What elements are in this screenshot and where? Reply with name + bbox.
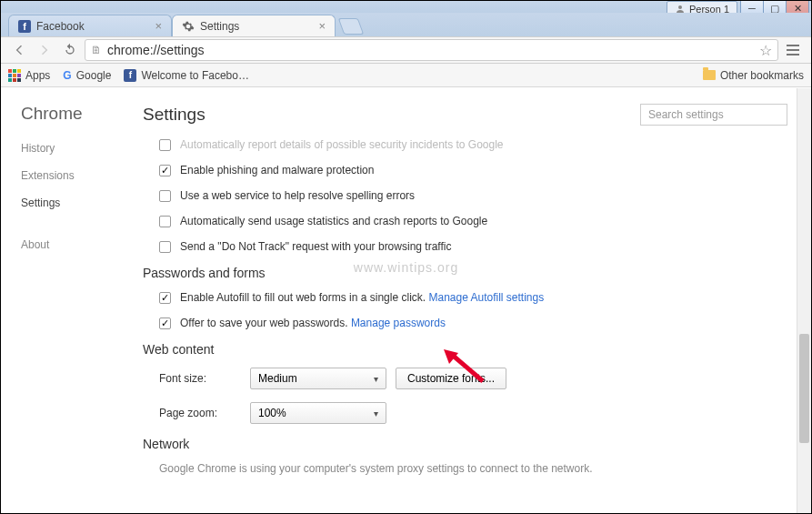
section-web-content: Web content	[143, 342, 787, 357]
network-description: Google Chrome is using your computer's s…	[159, 462, 787, 475]
url-text: chrome://settings	[107, 43, 754, 57]
option-autofill: Enable Autofill to fill out web forms in…	[159, 291, 787, 304]
window-titlebar: Person 1 ─ ▢ ✕	[1, 1, 811, 13]
checkbox-autofill[interactable]	[159, 292, 171, 304]
back-button[interactable]	[8, 39, 30, 61]
section-network: Network	[143, 437, 787, 451]
facebook-icon: f	[124, 69, 136, 82]
font-size-value: Medium	[258, 372, 297, 385]
gear-icon	[182, 20, 195, 33]
page-zoom-select[interactable]: 100%	[250, 402, 386, 424]
bookmark-label: Welcome to Facebo…	[141, 69, 249, 82]
sidebar-item-history[interactable]: History	[21, 142, 119, 155]
option-label: Enable Autofill to fill out web forms in…	[180, 291, 428, 304]
option-save-passwords: Offer to save your web passwords. Manage…	[159, 317, 787, 329]
facebook-icon: f	[18, 20, 31, 33]
option-label: Use a web service to help resolve spelli…	[180, 189, 415, 202]
new-tab-button[interactable]	[338, 18, 365, 35]
search-placeholder: Search settings	[648, 108, 724, 121]
font-size-select[interactable]: Medium	[250, 368, 386, 389]
page-title: Settings	[143, 105, 206, 125]
customize-fonts-button[interactable]: Customize fonts...	[396, 368, 506, 389]
google-icon: G	[63, 69, 71, 82]
bookmark-label: Other bookmarks	[720, 69, 804, 82]
tab-facebook[interactable]: f Facebook ×	[8, 15, 172, 36]
bookmark-facebook-welcome[interactable]: f Welcome to Facebo…	[124, 69, 249, 82]
sidebar-item-extensions[interactable]: Extensions	[21, 169, 119, 182]
tab-title: Settings	[200, 20, 239, 33]
checkbox-phishing[interactable]	[159, 165, 171, 176]
link-manage-autofill[interactable]: Manage Autofill settings	[428, 291, 544, 304]
vertical-scrollbar[interactable]	[797, 88, 811, 513]
tab-title: Facebook	[36, 20, 85, 33]
sidebar-item-settings[interactable]: Settings	[21, 197, 119, 209]
section-passwords-forms: Passwords and forms	[143, 266, 787, 280]
scrollbar-thumb[interactable]	[799, 334, 809, 443]
customize-fonts-label: Customize fonts...	[407, 372, 495, 385]
bookmarks-bar: Apps G Google f Welcome to Facebo… Other…	[1, 64, 811, 87]
apps-label: Apps	[25, 69, 50, 82]
page-icon: 🗎	[91, 44, 102, 56]
page-zoom-label: Page zoom:	[159, 407, 250, 419]
search-settings-input[interactable]: Search settings	[640, 104, 787, 126]
option-dnt: Send a "Do Not Track" request with your …	[159, 240, 787, 253]
browser-toolbar: 🗎 chrome://settings ☆	[1, 36, 811, 64]
option-spelling: Use a web service to help resolve spelli…	[159, 189, 787, 202]
checkbox-save-passwords[interactable]	[159, 317, 171, 329]
checkbox-auto-report[interactable]	[159, 139, 171, 151]
sidebar-item-about[interactable]: About	[21, 238, 119, 251]
row-page-zoom: Page zoom: 100%	[159, 402, 787, 424]
font-size-label: Font size:	[159, 372, 250, 385]
option-label: Send a "Do Not Track" request with your …	[180, 240, 451, 253]
tab-settings[interactable]: Settings ×	[172, 15, 336, 36]
option-label: Automatically send usage statistics and …	[180, 215, 487, 227]
forward-button[interactable]	[34, 39, 55, 61]
tab-close-icon[interactable]: ×	[318, 19, 326, 33]
row-font-size: Font size: Medium Customize fonts...	[159, 368, 787, 389]
checkbox-spelling[interactable]	[159, 190, 171, 202]
tab-close-icon[interactable]: ×	[155, 19, 162, 33]
option-auto-report: Automatically report details of possible…	[159, 138, 787, 151]
page-content: Chrome History Extensions Settings About…	[1, 87, 811, 513]
apps-icon	[8, 69, 21, 82]
option-phishing: Enable phishing and malware protection	[159, 164, 787, 176]
bookmark-star-icon[interactable]: ☆	[759, 42, 772, 59]
address-bar[interactable]: 🗎 chrome://settings ☆	[85, 39, 778, 61]
reload-button[interactable]	[59, 39, 81, 61]
checkbox-usage-stats[interactable]	[159, 216, 171, 227]
bookmark-label: Google	[76, 69, 112, 82]
svg-point-0	[678, 5, 682, 9]
bookmark-google[interactable]: G Google	[63, 69, 111, 82]
folder-icon	[703, 70, 716, 80]
tab-strip: f Facebook × Settings ×	[1, 13, 811, 36]
option-label: Enable phishing and malware protection	[180, 164, 374, 176]
settings-main: Settings Search settings Automatically r…	[119, 87, 811, 513]
checkbox-dnt[interactable]	[159, 241, 171, 253]
option-label: Automatically report details of possible…	[180, 138, 504, 151]
option-label: Offer to save your web passwords.	[180, 317, 351, 329]
other-bookmarks[interactable]: Other bookmarks	[703, 69, 804, 82]
settings-sidebar: Chrome History Extensions Settings About	[1, 87, 119, 513]
option-usage-stats: Automatically send usage statistics and …	[159, 215, 787, 227]
menu-button[interactable]	[782, 39, 804, 61]
sidebar-brand: Chrome	[21, 104, 119, 124]
link-manage-passwords[interactable]: Manage passwords	[351, 317, 446, 329]
apps-shortcut[interactable]: Apps	[8, 69, 50, 82]
page-zoom-value: 100%	[258, 407, 286, 419]
